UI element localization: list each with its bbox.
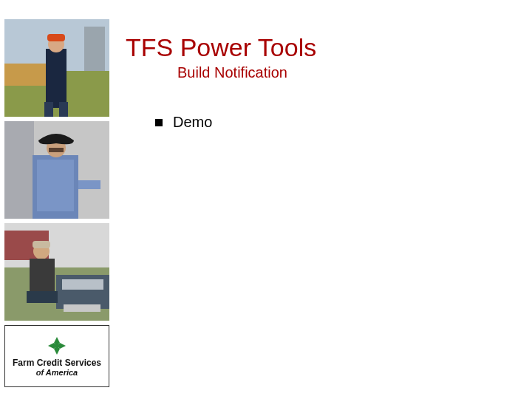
logo-farm-credit: Farm Credit Services of America — [4, 325, 109, 387]
page-subtitle: Build Notification — [177, 64, 517, 81]
svg-rect-15 — [78, 180, 100, 189]
photo-cowboy-denim — [4, 121, 109, 219]
svg-rect-26 — [55, 344, 58, 347]
svg-rect-4 — [46, 49, 66, 108]
photo-farmer-truck — [4, 223, 109, 321]
logo-text-line2: of America — [36, 368, 78, 377]
logo-text-line1: Farm Credit Services — [13, 358, 101, 368]
photo-farmer-orange-cap — [4, 19, 109, 117]
svg-rect-25 — [27, 291, 58, 303]
logo-mark-icon — [47, 335, 67, 356]
svg-rect-6 — [47, 34, 65, 41]
svg-rect-24 — [30, 259, 55, 296]
svg-rect-14 — [49, 148, 64, 152]
svg-rect-2 — [84, 27, 105, 71]
content-area: TFS Power Tools Build Notification Demo — [126, 34, 517, 131]
sidebar: Farm Credit Services of America — [4, 19, 109, 387]
svg-rect-21 — [64, 304, 100, 312]
svg-rect-10 — [4, 121, 34, 219]
page-title: TFS Power Tools — [126, 34, 517, 61]
svg-rect-23 — [33, 241, 50, 248]
bullet-icon — [155, 119, 163, 126]
svg-rect-12 — [37, 160, 74, 211]
bullet-list: Demo — [155, 114, 517, 131]
svg-rect-7 — [44, 102, 53, 117]
list-item: Demo — [155, 114, 517, 131]
bullet-text: Demo — [173, 114, 212, 131]
svg-rect-8 — [59, 102, 68, 117]
svg-rect-20 — [62, 279, 103, 290]
